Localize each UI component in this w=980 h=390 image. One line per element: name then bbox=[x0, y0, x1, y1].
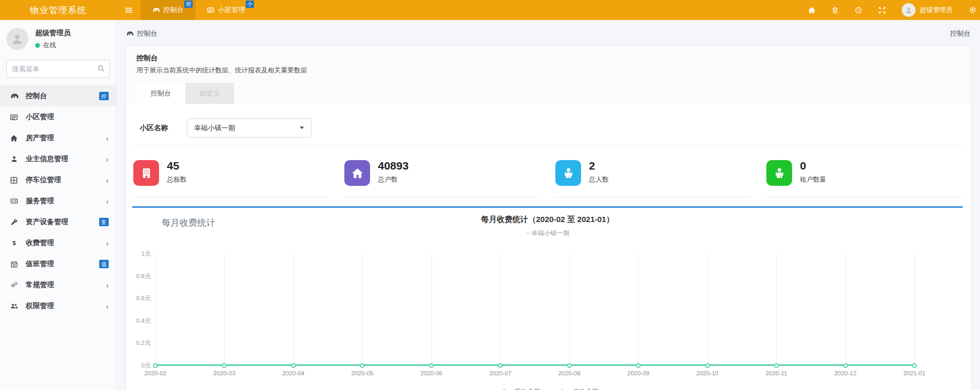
x-axis-tick: 2020-08 bbox=[559, 370, 581, 376]
sidebar: 超级管理员 在线 控制台控小区管理房产管理‹业主信息管理‹停车位管理‹服务管理‹… bbox=[0, 20, 117, 390]
gridline bbox=[362, 254, 363, 365]
topbar-tab-dashboard[interactable]: 控制台 控 bbox=[141, 0, 195, 20]
gear-icon[interactable] bbox=[968, 6, 977, 14]
chevron-left-icon: ‹ bbox=[106, 239, 109, 247]
stat-label: 租户数量 bbox=[800, 175, 826, 184]
service-icon bbox=[9, 197, 18, 205]
search-icon bbox=[97, 65, 105, 72]
sidebar-item-label: 常规管理 bbox=[26, 280, 54, 290]
svg-text:$: $ bbox=[12, 240, 16, 246]
data-point-marker bbox=[291, 363, 296, 368]
x-axis-tick: 2020-05 bbox=[351, 370, 373, 376]
sidebar-item-label: 资产设备管理 bbox=[26, 217, 68, 227]
sidebar-item-label: 房产管理 bbox=[26, 133, 54, 143]
menu-badge: 资 bbox=[99, 218, 109, 227]
sidebar-item-2[interactable]: 房产管理‹ bbox=[0, 128, 116, 149]
x-axis-tick: 2020-03 bbox=[213, 370, 235, 376]
topbar-right: 超级管理员 bbox=[808, 0, 980, 20]
series-line-1 bbox=[155, 364, 914, 366]
sidebar-item-0[interactable]: 控制台控 bbox=[0, 86, 116, 107]
tab-custom[interactable]: 自定义 bbox=[185, 83, 234, 104]
trash-icon[interactable] bbox=[831, 6, 839, 14]
stat-text: 40893总户数 bbox=[378, 160, 408, 186]
sidebar-item-5[interactable]: 服务管理‹ bbox=[0, 191, 116, 212]
sidebar-item-7[interactable]: $收费管理‹ bbox=[0, 233, 116, 254]
legend-label: 应收金额 bbox=[515, 387, 540, 390]
chevron-left-icon: ‹ bbox=[106, 197, 109, 205]
sidebar-item-label: 业主信息管理 bbox=[26, 154, 68, 164]
avatar bbox=[6, 28, 28, 50]
sidebar-item-10[interactable]: 权限管理‹ bbox=[0, 296, 116, 317]
legend-item-0[interactable]: 应收金额 bbox=[497, 387, 540, 390]
status-label: 在线 bbox=[43, 41, 56, 50]
data-point-marker bbox=[843, 363, 848, 368]
data-point-marker bbox=[153, 363, 158, 368]
x-axis-tick: 2020-02 bbox=[144, 370, 166, 376]
tab-dashboard[interactable]: 控制台 bbox=[136, 83, 185, 104]
sidebar-item-label: 停车位管理 bbox=[26, 175, 61, 185]
legend-item-1[interactable]: 实收金额 bbox=[555, 387, 598, 390]
x-axis-tick: 2020-11 bbox=[765, 370, 787, 376]
stat-text: 45总栋数 bbox=[167, 160, 187, 186]
home-solid-icon bbox=[344, 160, 370, 186]
stat-label: 总栋数 bbox=[167, 175, 187, 184]
gridline bbox=[914, 254, 915, 365]
y-axis-tick: 0.2元 bbox=[136, 339, 151, 347]
stat-label: 总人数 bbox=[589, 175, 609, 184]
search-input[interactable] bbox=[6, 60, 110, 78]
dashboard-icon bbox=[9, 92, 18, 100]
sidebar-item-8[interactable]: 值班管理值 bbox=[0, 254, 116, 275]
stat-card-3: 0租户数量 bbox=[766, 160, 962, 197]
avatar bbox=[902, 3, 915, 17]
sidebar-item-label: 控制台 bbox=[26, 91, 47, 101]
data-point-marker bbox=[912, 363, 917, 368]
app-title: 物业管理系统 bbox=[0, 0, 117, 20]
divider bbox=[132, 145, 963, 145]
user-status: 在线 bbox=[35, 41, 71, 50]
history-icon[interactable] bbox=[855, 6, 862, 14]
stat-card-2: 2总人数 bbox=[555, 160, 751, 197]
stat-value: 2 bbox=[589, 160, 609, 172]
hamburger-button[interactable] bbox=[117, 0, 141, 20]
chevron-left-icon: ‹ bbox=[106, 176, 109, 184]
y-axis-tick: 0元 bbox=[141, 362, 151, 370]
filter-label: 小区名称 bbox=[140, 123, 168, 133]
gridline bbox=[500, 254, 501, 365]
caret-down-icon bbox=[300, 127, 304, 129]
stat-value: 40893 bbox=[378, 160, 408, 172]
sidebar-item-3[interactable]: 业主信息管理‹ bbox=[0, 149, 116, 170]
person-icon bbox=[766, 160, 792, 186]
user-menu[interactable]: 超级管理员 bbox=[902, 3, 953, 17]
gridline bbox=[846, 254, 846, 365]
legend-label: 实收金额 bbox=[573, 387, 598, 390]
topbar-tab-community[interactable]: 小区管理 小 bbox=[195, 0, 257, 20]
sidebar-item-9[interactable]: 常规管理‹ bbox=[0, 275, 116, 296]
gridline bbox=[708, 254, 708, 365]
sidebar-item-6[interactable]: 资产设备管理资 bbox=[0, 212, 116, 233]
data-point-marker bbox=[567, 363, 572, 368]
menu-badge: 值 bbox=[99, 260, 109, 269]
sidebar-item-1[interactable]: 小区管理 bbox=[0, 107, 116, 128]
gridline bbox=[155, 254, 156, 365]
breadcrumb-current[interactable]: 控制台 bbox=[137, 29, 157, 38]
stats-row: 45总栋数40893总户数2总人数0租户数量 bbox=[132, 160, 963, 197]
x-axis-tick: 2020-04 bbox=[282, 370, 304, 376]
parking-icon bbox=[9, 176, 18, 184]
hamburger-icon bbox=[125, 6, 133, 14]
calendar-icon bbox=[9, 260, 18, 268]
sidebar-user-block: 超级管理员 在线 bbox=[0, 20, 116, 57]
gears-icon bbox=[9, 281, 18, 289]
panel-body: 小区名称 幸福小镇一期 45总栋数40893总户数2总人数0租户数量 每月收费统… bbox=[126, 104, 971, 390]
building-icon bbox=[133, 160, 159, 186]
x-axis-tick: 2020-10 bbox=[697, 370, 719, 376]
fullscreen-icon[interactable] bbox=[878, 6, 886, 14]
main-content: 控制台 控制台 控制台 用于展示当前系统中的统计数据、统计报表及相关重要数据 控… bbox=[117, 20, 980, 390]
community-select[interactable]: 幸福小镇一期 bbox=[187, 118, 311, 138]
list-icon bbox=[207, 6, 214, 14]
gauge-icon bbox=[126, 30, 133, 37]
stat-text: 0租户数量 bbox=[800, 160, 826, 186]
sidebar-item-4[interactable]: 停车位管理‹ bbox=[0, 170, 116, 191]
panel-head: 控制台 用于展示当前系统中的统计数据、统计报表及相关重要数据 控制台 自定义 bbox=[126, 46, 971, 104]
home-icon[interactable] bbox=[808, 6, 816, 14]
dollar-icon: $ bbox=[9, 239, 18, 247]
